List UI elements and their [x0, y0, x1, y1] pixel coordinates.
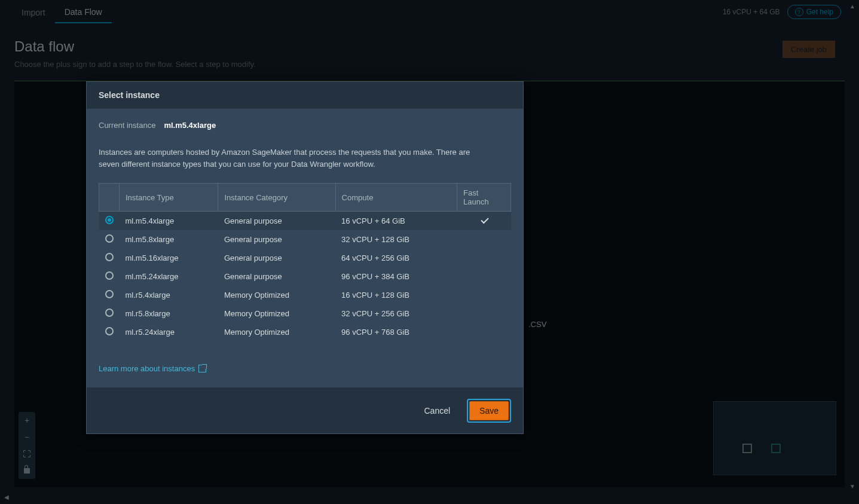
- table-row[interactable]: ml.m5.8xlargeGeneral purpose32 vCPU + 12…: [99, 230, 511, 249]
- modal-footer: Cancel Save: [87, 387, 523, 433]
- cell-instance-type: ml.m5.24xlarge: [120, 267, 218, 286]
- cell-instance-type: ml.m5.8xlarge: [120, 230, 218, 249]
- learn-more-link[interactable]: Learn more about instances: [99, 364, 206, 373]
- learn-more-label: Learn more about instances: [99, 364, 195, 373]
- current-instance-value: ml.m5.4xlarge: [164, 121, 216, 130]
- cancel-button[interactable]: Cancel: [417, 402, 457, 420]
- instance-table: Instance Type Instance Category Compute …: [99, 183, 511, 341]
- table-row[interactable]: ml.r5.8xlargeMemory Optimized32 vCPU + 2…: [99, 304, 511, 323]
- table-row[interactable]: ml.m5.16xlargeGeneral purpose64 vCPU + 2…: [99, 249, 511, 267]
- modal-title: Select instance: [87, 82, 523, 109]
- check-icon: [480, 218, 488, 224]
- cell-instance-category: General purpose: [218, 267, 335, 286]
- radio-button[interactable]: [105, 253, 114, 261]
- cell-instance-type: ml.m5.4xlarge: [120, 212, 218, 231]
- cell-fast-launch: [457, 230, 511, 249]
- radio-cell[interactable]: [99, 230, 120, 249]
- column-fast-launch: Fast Launch: [457, 184, 511, 212]
- radio-cell[interactable]: [99, 212, 120, 231]
- cell-fast-launch: [457, 267, 511, 286]
- table-row[interactable]: ml.m5.4xlargeGeneral purpose16 vCPU + 64…: [99, 212, 511, 231]
- cell-compute: 16 vCPU + 128 GiB: [335, 286, 457, 304]
- cell-instance-type: ml.r5.4xlarge: [120, 286, 218, 304]
- cell-compute: 96 vCPU + 768 GiB: [335, 323, 457, 341]
- save-button-focus-ring: Save: [467, 399, 511, 423]
- column-instance-type: Instance Type: [120, 184, 218, 212]
- cell-compute: 32 vCPU + 128 GiB: [335, 230, 457, 249]
- cell-instance-type: ml.r5.24xlarge: [120, 323, 218, 341]
- cell-fast-launch: [457, 212, 511, 231]
- table-row[interactable]: ml.r5.4xlargeMemory Optimized16 vCPU + 1…: [99, 286, 511, 304]
- cell-instance-category: Memory Optimized: [218, 304, 335, 323]
- column-compute: Compute: [335, 184, 457, 212]
- radio-cell[interactable]: [99, 323, 120, 341]
- cell-instance-category: General purpose: [218, 212, 335, 231]
- select-instance-modal: Select instance Current instance ml.m5.4…: [86, 81, 524, 434]
- cell-instance-category: Memory Optimized: [218, 323, 335, 341]
- radio-cell[interactable]: [99, 304, 120, 323]
- cell-compute: 96 vCPU + 384 GiB: [335, 267, 457, 286]
- cell-compute: 32 vCPU + 256 GiB: [335, 304, 457, 323]
- table-row[interactable]: ml.m5.24xlargeGeneral purpose96 vCPU + 3…: [99, 267, 511, 286]
- radio-cell[interactable]: [99, 267, 120, 286]
- cell-fast-launch: [457, 286, 511, 304]
- radio-button[interactable]: [105, 327, 114, 335]
- table-row[interactable]: ml.r5.24xlargeMemory Optimized96 vCPU + …: [99, 323, 511, 341]
- modal-description: Instances are computers hosted by Amazon…: [99, 146, 481, 170]
- current-instance-row: Current instance ml.m5.4xlarge: [99, 121, 511, 130]
- current-instance-label: Current instance: [99, 121, 155, 130]
- radio-button[interactable]: [105, 308, 114, 317]
- cell-fast-launch: [457, 323, 511, 341]
- radio-button[interactable]: [105, 271, 114, 280]
- modal-body: Current instance ml.m5.4xlarge Instances…: [87, 109, 523, 387]
- cell-instance-category: General purpose: [218, 230, 335, 249]
- radio-cell[interactable]: [99, 286, 120, 304]
- cell-instance-type: ml.r5.8xlarge: [120, 304, 218, 323]
- external-link-icon: [198, 365, 206, 372]
- radio-button[interactable]: [105, 290, 114, 298]
- cell-compute: 64 vCPU + 256 GiB: [335, 249, 457, 267]
- cell-fast-launch: [457, 249, 511, 267]
- save-button[interactable]: Save: [469, 401, 509, 420]
- cell-fast-launch: [457, 304, 511, 323]
- cell-instance-type: ml.m5.16xlarge: [120, 249, 218, 267]
- column-select: [99, 184, 120, 212]
- cell-compute: 16 vCPU + 64 GiB: [335, 212, 457, 231]
- radio-button[interactable]: [105, 216, 114, 224]
- radio-button[interactable]: [105, 234, 114, 243]
- table-header-row: Instance Type Instance Category Compute …: [99, 184, 511, 212]
- radio-cell[interactable]: [99, 249, 120, 267]
- cell-instance-category: General purpose: [218, 249, 335, 267]
- column-instance-category: Instance Category: [218, 184, 335, 212]
- cell-instance-category: Memory Optimized: [218, 286, 335, 304]
